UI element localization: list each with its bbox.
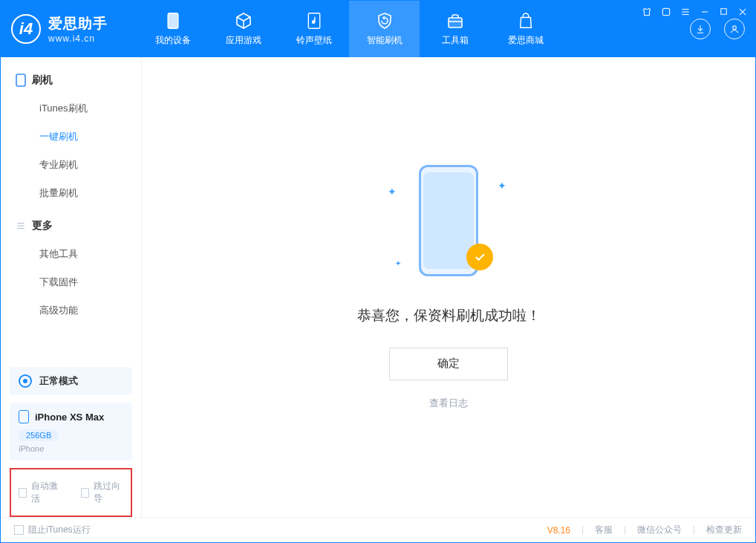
close-button[interactable] xyxy=(737,7,748,19)
mode-indicator-icon xyxy=(19,374,32,388)
svg-rect-14 xyxy=(16,74,25,86)
success-illustration: ✦ ✦ ✦ xyxy=(404,165,493,284)
minimize-button[interactable] xyxy=(700,7,710,19)
tab-my-device[interactable]: 我的设备 xyxy=(137,1,208,57)
tab-store[interactable]: 爱思商城 xyxy=(490,1,561,57)
storage-badge: 256GB xyxy=(19,429,59,441)
view-log-link[interactable]: 查看日志 xyxy=(429,397,468,410)
main-tabs: 我的设备 应用游戏 铃声壁纸 智能刷机 工具箱 爱思商城 xyxy=(137,1,561,57)
mode-card[interactable]: 正常模式 xyxy=(10,367,132,395)
sparkle-icon: ✦ xyxy=(388,186,397,198)
sparkle-icon: ✦ xyxy=(498,180,506,192)
sparkle-icon: ✦ xyxy=(395,259,401,267)
window-controls xyxy=(642,7,748,19)
device-type: iPhone xyxy=(19,444,123,453)
wechat-link[interactable]: 微信公众号 xyxy=(637,524,682,536)
menu-icon[interactable] xyxy=(680,7,691,19)
checkbox-auto-activate[interactable]: 自动激活 xyxy=(19,480,62,505)
cube-icon xyxy=(234,11,253,30)
svg-rect-8 xyxy=(168,13,178,29)
svg-rect-10 xyxy=(449,18,462,27)
sidebar: 刷机 iTunes刷机 一键刷机 专业刷机 批量刷机 更多 其他工具 下载固件 … xyxy=(1,57,142,517)
main-content: ✦ ✦ ✦ 恭喜您，保资料刷机成功啦！ 确定 查看日志 xyxy=(142,57,755,517)
checkbox-block-itunes[interactable]: 阻止iTunes运行 xyxy=(14,524,91,536)
svg-point-13 xyxy=(733,26,737,30)
sidebar-item-batch-flash[interactable]: 批量刷机 xyxy=(1,179,141,207)
maximize-button[interactable] xyxy=(719,7,729,19)
phone-icon xyxy=(163,11,183,30)
svg-rect-5 xyxy=(721,9,727,15)
download-button[interactable] xyxy=(690,19,711,39)
svg-rect-0 xyxy=(662,8,669,15)
header-right xyxy=(690,19,745,39)
bag-icon xyxy=(516,11,535,30)
sidebar-item-itunes-flash[interactable]: iTunes刷机 xyxy=(1,94,141,123)
checkbox-skip-guide[interactable]: 跳过向导 xyxy=(81,480,124,505)
music-file-icon xyxy=(304,11,324,30)
toolbox-icon xyxy=(446,11,465,30)
sidebar-header-flash: 刷机 xyxy=(1,66,141,94)
success-message: 恭喜您，保资料刷机成功啦！ xyxy=(357,306,541,325)
sidebar-item-download-firmware[interactable]: 下载固件 xyxy=(1,268,141,296)
tab-toolbox[interactable]: 工具箱 xyxy=(420,1,490,57)
skin-icon[interactable] xyxy=(642,7,652,19)
list-icon xyxy=(16,221,26,231)
tab-ringtone[interactable]: 铃声壁纸 xyxy=(278,1,349,57)
device-icon xyxy=(16,74,26,87)
check-update-link[interactable]: 检查更新 xyxy=(706,524,742,536)
device-card[interactable]: iPhone XS Max 256GB iPhone xyxy=(10,403,132,461)
shield-refresh-icon xyxy=(375,11,394,30)
feedback-icon[interactable] xyxy=(661,7,671,19)
checkbox-icon xyxy=(19,488,27,498)
check-badge-icon xyxy=(466,244,493,270)
checkbox-icon xyxy=(14,525,24,535)
body: 刷机 iTunes刷机 一键刷机 专业刷机 批量刷机 更多 其他工具 下载固件 … xyxy=(1,57,755,517)
checkbox-icon xyxy=(81,488,89,498)
brand-logo-icon: i4 xyxy=(11,14,41,44)
ok-button[interactable]: 确定 xyxy=(389,348,508,380)
brand-name: 爱思助手 xyxy=(48,14,108,33)
status-bar: 阻止iTunes运行 V8.16 客服 微信公众号 检查更新 xyxy=(1,517,755,542)
brand-url: www.i4.cn xyxy=(48,33,108,44)
user-button[interactable] xyxy=(724,19,745,39)
sidebar-header-more: 更多 xyxy=(1,212,141,240)
sidebar-item-other-tools[interactable]: 其他工具 xyxy=(1,240,141,268)
sidebar-item-onekey-flash[interactable]: 一键刷机 xyxy=(1,123,141,151)
support-link[interactable]: 客服 xyxy=(595,524,613,536)
mode-label: 正常模式 xyxy=(39,374,78,388)
brand[interactable]: i4 爱思助手 www.i4.cn xyxy=(11,14,137,44)
app-window: i4 爱思助手 www.i4.cn 我的设备 应用游戏 铃声壁纸 智能刷机 xyxy=(0,0,756,543)
tab-flash[interactable]: 智能刷机 xyxy=(349,1,420,57)
sidebar-item-pro-flash[interactable]: 专业刷机 xyxy=(1,151,141,179)
version-label: V8.16 xyxy=(547,525,570,536)
phone-icon xyxy=(19,410,29,423)
tab-apps[interactable]: 应用游戏 xyxy=(208,1,278,57)
device-name: iPhone XS Max xyxy=(35,412,104,423)
options-highlight: 自动激活 跳过向导 xyxy=(10,468,132,517)
sidebar-item-advanced[interactable]: 高级功能 xyxy=(1,296,141,325)
